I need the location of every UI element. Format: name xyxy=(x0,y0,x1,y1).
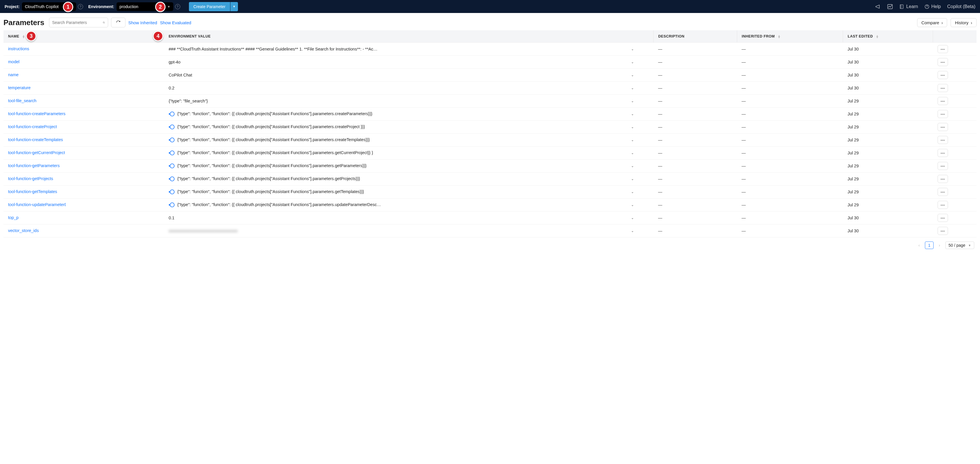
parameter-edited: Jul 30 xyxy=(843,69,933,82)
page-number[interactable]: 1 xyxy=(925,242,934,249)
table-row: modelgpt-4o⌄——Jul 30⋯ xyxy=(3,56,977,69)
row-actions-button[interactable]: ⋯ xyxy=(938,84,948,92)
interpolated-icon xyxy=(169,150,175,156)
parameter-name-link[interactable]: tool-function-createProject xyxy=(8,124,57,129)
parameter-value: xxxxxxxxxxxxxxxxxxxxxxxxxxxxxxxxx xyxy=(164,225,627,238)
row-actions-button[interactable]: ⋯ xyxy=(938,149,948,157)
parameter-description: — xyxy=(654,43,737,56)
annotation-2: 2 xyxy=(155,2,165,12)
analytics-icon[interactable] xyxy=(887,4,893,10)
create-parameter-button[interactable]: Create Parameter xyxy=(189,2,230,11)
parameter-name-link[interactable]: tool-function-updateParameterDescription xyxy=(8,202,66,207)
table-row: instructions### **CloudTruth Assistant I… xyxy=(3,43,977,56)
col-edited-header[interactable]: LAST EDITED ▲▼ xyxy=(843,30,933,43)
expand-row-button[interactable]: ⌄ xyxy=(627,82,654,95)
parameter-name-link[interactable]: tool-function-createParameters xyxy=(8,112,65,116)
svg-point-11 xyxy=(170,203,174,207)
row-actions-button[interactable]: ⋯ xyxy=(938,227,948,235)
parameter-name-link[interactable]: tool-function-getProjects xyxy=(8,176,53,181)
history-button[interactable]: History › xyxy=(951,18,977,27)
parameter-edited: Jul 30 xyxy=(843,225,933,238)
parameter-name-link[interactable]: model xyxy=(8,59,20,64)
parameter-name-link[interactable]: name xyxy=(8,72,19,77)
svg-point-3 xyxy=(103,22,104,23)
row-actions-button[interactable]: ⋯ xyxy=(938,58,948,66)
help-icon[interactable]: ? xyxy=(175,4,180,9)
table-row: tool-function-createTemplates{"type": "f… xyxy=(3,134,977,147)
expand-row-button[interactable]: ⌄ xyxy=(627,121,654,134)
row-actions-button[interactable]: ⋯ xyxy=(938,45,948,53)
help-link[interactable]: Help xyxy=(924,4,941,9)
expand-row-button[interactable]: ⌄ xyxy=(627,159,654,172)
col-expand-header xyxy=(627,30,654,43)
svg-point-7 xyxy=(170,151,174,155)
row-actions-button[interactable]: ⋯ xyxy=(938,136,948,144)
parameter-name-link[interactable]: top_p xyxy=(8,215,19,220)
row-actions-button[interactable]: ⋯ xyxy=(938,175,948,183)
expand-row-button[interactable]: ⌄ xyxy=(627,199,654,212)
parameter-name-link[interactable]: instructions xyxy=(8,46,29,51)
page-size-select[interactable]: 50 / page ▼ xyxy=(945,242,974,249)
col-inherited-header[interactable]: INHERITED FROM ▲▼ xyxy=(737,30,843,43)
copilot-link[interactable]: Copilot (Beta) xyxy=(947,4,975,9)
create-parameter-dropdown[interactable]: ▼ xyxy=(231,2,238,11)
show-inherited-link[interactable]: Show Inherited xyxy=(128,20,157,25)
parameter-name-link[interactable]: tool-function-getTemplates xyxy=(8,189,57,194)
parameter-name-link[interactable]: tool-function-getParameters xyxy=(8,163,60,168)
svg-point-4 xyxy=(170,112,174,116)
parameter-description: — xyxy=(654,172,737,185)
expand-row-button[interactable]: ⌄ xyxy=(627,172,654,185)
parameter-name-link[interactable]: temperature xyxy=(8,85,30,90)
parameter-inherited: — xyxy=(737,95,843,108)
parameter-edited: Jul 30 xyxy=(843,82,933,95)
parameter-name-link[interactable]: tool-function-getCurrentProject xyxy=(8,150,65,155)
parameter-inherited: — xyxy=(737,212,843,225)
row-actions-button[interactable]: ⋯ xyxy=(938,97,948,105)
row-actions-button[interactable]: ⋯ xyxy=(938,123,948,131)
annotation-4: 4 xyxy=(153,31,163,41)
compare-button[interactable]: Compare › xyxy=(917,18,947,27)
expand-row-button[interactable]: ⌄ xyxy=(627,185,654,199)
expand-row-button[interactable]: ⌄ xyxy=(627,95,654,108)
show-evaluated-link[interactable]: Show Evaluated xyxy=(160,20,191,25)
search-input-wrap[interactable] xyxy=(49,18,108,27)
environment-value: production xyxy=(119,4,138,9)
learn-link[interactable]: Learn xyxy=(899,4,918,9)
expand-row-button[interactable]: ⌄ xyxy=(627,225,654,238)
expand-row-button[interactable]: ⌄ xyxy=(627,43,654,56)
expand-row-button[interactable]: ⌄ xyxy=(627,147,654,159)
expand-row-button[interactable]: ⌄ xyxy=(627,212,654,225)
row-actions-button[interactable]: ⋯ xyxy=(938,162,948,170)
topbar-right: Learn Help Copilot (Beta) xyxy=(875,4,975,10)
chevron-down-icon: ▼ xyxy=(968,244,971,247)
search-input[interactable] xyxy=(52,20,103,25)
table-row: tool-file_search{"type": "file_search"}⌄… xyxy=(3,95,977,108)
announcements-icon[interactable] xyxy=(875,4,881,10)
interpolated-icon xyxy=(169,163,175,169)
expand-row-button[interactable]: ⌄ xyxy=(627,108,654,121)
parameter-edited: Jul 30 xyxy=(843,56,933,69)
table-row: nameCoPilot Chat⌄——Jul 30⋯ xyxy=(3,69,977,82)
row-actions-button[interactable]: ⋯ xyxy=(938,71,948,79)
help-icon[interactable]: ? xyxy=(78,4,83,9)
row-actions-button[interactable]: ⋯ xyxy=(938,214,948,222)
interpolated-icon xyxy=(169,189,175,195)
parameter-edited: Jul 29 xyxy=(843,172,933,185)
expand-row-button[interactable]: ⌄ xyxy=(627,69,654,82)
row-actions-button[interactable]: ⋯ xyxy=(938,110,948,118)
parameter-name-link[interactable]: vector_store_ids xyxy=(8,228,39,233)
parameter-name-link[interactable]: tool-file_search xyxy=(8,99,37,103)
parameter-description: — xyxy=(654,95,737,108)
expand-row-button[interactable]: ⌄ xyxy=(627,56,654,69)
next-page-button[interactable]: › xyxy=(937,242,942,249)
row-actions-button[interactable]: ⋯ xyxy=(938,188,948,196)
parameter-inherited: — xyxy=(737,185,843,199)
top-bar: Project: CloudTruth CopIlot ▼ ? Environm… xyxy=(0,0,980,13)
parameter-value: {"type": "function", "function": {{ clou… xyxy=(164,147,627,159)
prev-page-button[interactable]: ‹ xyxy=(916,242,922,249)
refresh-button[interactable] xyxy=(111,18,126,27)
parameter-name-link[interactable]: tool-function-createTemplates xyxy=(8,137,63,142)
expand-row-button[interactable]: ⌄ xyxy=(627,134,654,147)
row-actions-button[interactable]: ⋯ xyxy=(938,201,948,209)
parameter-edited: Jul 30 xyxy=(843,212,933,225)
